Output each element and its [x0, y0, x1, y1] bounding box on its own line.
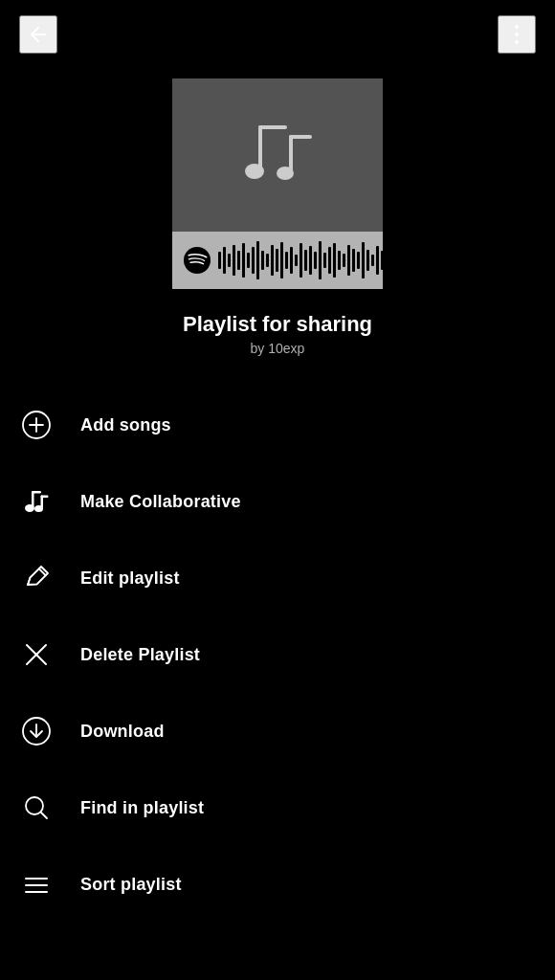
menu-item-add-songs[interactable]: Add songs [19, 387, 536, 463]
svg-point-5 [277, 167, 294, 180]
add-circle-icon [19, 408, 54, 442]
playlist-title: Playlist for sharing [0, 312, 555, 337]
svg-point-2 [245, 164, 264, 179]
delete-playlist-label: Delete Playlist [80, 645, 200, 665]
album-art [172, 78, 383, 289]
playlist-info: Playlist for sharing by 10exp [0, 312, 555, 356]
back-button[interactable] [19, 15, 57, 54]
album-art-container [0, 78, 555, 289]
pencil-icon [19, 561, 54, 595]
menu-item-find-in-playlist[interactable]: Find in playlist [19, 769, 536, 846]
svg-point-22 [26, 797, 43, 814]
edit-playlist-label: Edit playlist [80, 568, 180, 589]
x-icon [19, 637, 54, 672]
spotify-code-barcode [218, 241, 383, 279]
header [0, 0, 555, 69]
svg-rect-1 [258, 125, 287, 129]
spotify-bar [172, 232, 383, 289]
find-in-playlist-label: Find in playlist [80, 798, 204, 818]
svg-line-23 [41, 813, 47, 818]
more-options-button[interactable] [498, 15, 536, 54]
dot [515, 40, 519, 44]
dot [515, 25, 519, 29]
make-collaborative-label: Make Collaborative [80, 492, 241, 512]
sort-playlist-label: Sort playlist [80, 875, 182, 895]
download-icon [19, 714, 54, 748]
music-note-area [172, 78, 383, 232]
menu-item-delete-playlist[interactable]: Delete Playlist [19, 616, 536, 693]
svg-point-15 [34, 505, 43, 512]
search-icon [19, 791, 54, 825]
dot [515, 33, 519, 36]
playlist-author: by 10exp [0, 341, 555, 356]
svg-line-17 [28, 578, 31, 586]
svg-rect-3 [289, 135, 293, 171]
menu-list: Add songs Make Collaborative Edit playli… [0, 387, 555, 923]
svg-rect-0 [258, 125, 262, 169]
menu-item-make-collaborative[interactable]: Make Collaborative [19, 463, 536, 540]
svg-rect-10 [32, 491, 34, 507]
menu-item-sort-playlist[interactable]: Sort playlist [19, 846, 536, 923]
svg-rect-11 [32, 491, 41, 494]
add-songs-label: Add songs [80, 415, 171, 435]
svg-rect-4 [289, 135, 312, 139]
spotify-logo-icon [184, 247, 211, 274]
svg-point-6 [184, 247, 211, 274]
download-label: Download [80, 722, 165, 742]
svg-point-12 [25, 504, 34, 512]
music-note-icon [19, 484, 54, 519]
sort-icon [19, 867, 54, 902]
menu-item-edit-playlist[interactable]: Edit playlist [19, 540, 536, 616]
music-note-art-icon [230, 112, 325, 198]
menu-item-download[interactable]: Download [19, 693, 536, 769]
svg-rect-14 [41, 496, 49, 499]
